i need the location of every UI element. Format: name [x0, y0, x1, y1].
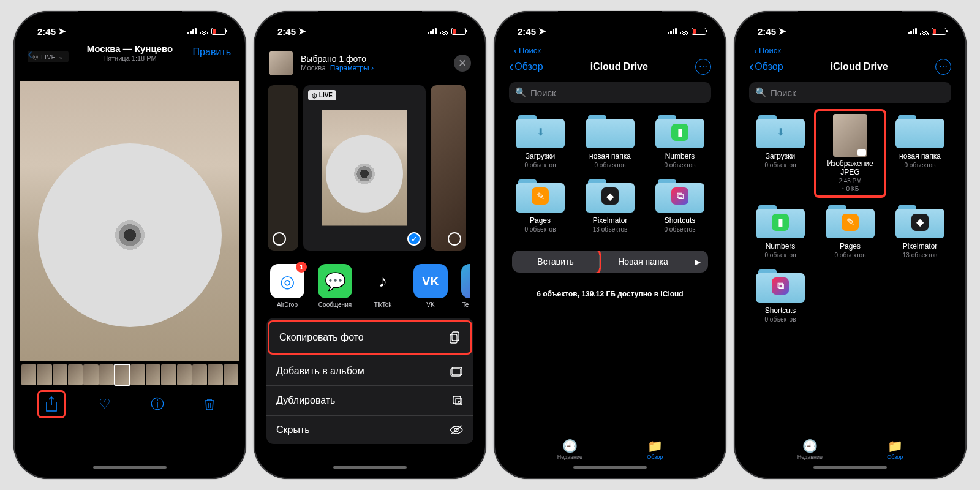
location-arrow-icon: ➤ — [778, 26, 786, 37]
cellular-icon — [668, 28, 677, 34]
page-title: iCloud Drive — [543, 61, 695, 72]
copy-icon — [448, 331, 461, 344]
thumbnail-strip[interactable] — [20, 364, 239, 385]
wifi-icon — [439, 28, 449, 35]
share-header-thumbnail — [269, 51, 293, 75]
battery-icon — [932, 28, 946, 35]
share-app-airdrop[interactable]: ◎1 AirDrop — [270, 264, 304, 308]
numbers-app-icon: ▮ — [671, 124, 688, 141]
storage-info: 6 объектов, 139.12 ГБ доступно в iCloud — [500, 290, 720, 298]
wifi-icon — [199, 28, 209, 35]
edit-button[interactable]: Править — [193, 47, 231, 58]
action-duplicate[interactable]: Дублировать — [266, 386, 473, 416]
page-title: iCloud Drive — [783, 61, 935, 72]
folder-new[interactable]: новая папка0 объектов — [886, 111, 954, 195]
shortcuts-app-icon: ⧉ — [671, 187, 688, 205]
battery-icon — [211, 28, 226, 35]
file-jpeg[interactable]: Изображение JPEG 2:45 PM↑ 0 КБ — [816, 111, 884, 195]
folder-pages[interactable]: ✎ Pages0 объектов — [816, 202, 884, 260]
delete-button[interactable] — [197, 393, 222, 415]
folder-pixelmator[interactable]: ◆ Pixelmator13 объектов — [886, 202, 954, 260]
pages-app-icon: ✎ — [532, 187, 549, 205]
svg-rect-0 — [452, 332, 459, 341]
shortcuts-app-icon: ⧉ — [772, 277, 789, 295]
search-icon: 🔍 — [515, 87, 527, 98]
numbers-app-icon: ▮ — [772, 214, 789, 231]
breadcrumb-search[interactable]: ‹ Поиск — [741, 45, 960, 55]
folder-shortcuts[interactable]: ⧉ Shortcuts0 объектов — [747, 266, 814, 324]
back-button[interactable]: ‹Обзор — [749, 59, 783, 75]
clock-icon: 🕘 — [797, 439, 823, 453]
download-icon: ⬇ — [772, 124, 789, 141]
clock-icon: 🕘 — [557, 439, 582, 453]
share-app-tiktok[interactable]: ♪TikTok — [366, 264, 400, 308]
favorite-button[interactable]: ♡ — [92, 393, 117, 415]
pixelmator-app-icon: ◆ — [601, 187, 619, 205]
share-button[interactable] — [38, 391, 65, 418]
action-copy-photo[interactable]: Скопировать фото — [268, 320, 472, 355]
folder-shortcuts[interactable]: ⧉ Shortcuts0 объектов — [646, 176, 714, 234]
cellular-icon — [908, 28, 917, 34]
context-menu-more[interactable]: ▶ — [687, 251, 708, 273]
svg-rect-4 — [453, 396, 461, 404]
tab-recent[interactable]: 🕘Недавние — [557, 439, 582, 460]
photo-viewport[interactable] — [20, 81, 239, 361]
share-selected-count: Выбрано 1 фото — [301, 54, 374, 64]
cellular-icon — [428, 28, 437, 34]
selection-check-icon[interactable]: ✓ — [407, 232, 421, 246]
battery-icon — [692, 28, 706, 35]
status-time: 2:45 — [37, 26, 56, 37]
location-arrow-icon: ➤ — [298, 26, 306, 37]
airdrop-badge: 1 — [296, 262, 307, 273]
share-params-link[interactable]: Параметры › — [330, 64, 374, 72]
folder-numbers[interactable]: ▮ Numbers0 объектов — [646, 111, 714, 170]
action-hide[interactable]: Скрыть — [266, 416, 473, 444]
live-badge: ◎ LIVE — [308, 90, 336, 100]
tab-browse[interactable]: 📁Обзор — [647, 439, 663, 460]
context-menu: Вставить Новая папка ▶ — [512, 251, 708, 273]
photo-thumbnail-prev[interactable] — [268, 85, 298, 251]
back-button[interactable]: ‹Обзор — [509, 59, 543, 75]
search-field[interactable]: 🔍Поиск — [749, 82, 951, 103]
folder-pixelmator[interactable]: ◆ Pixelmator13 объектов — [576, 176, 644, 234]
folder-icon: 📁 — [887, 439, 903, 453]
pixelmator-app-icon: ◆ — [911, 214, 929, 231]
photo-thumbnail-next[interactable] — [431, 85, 466, 251]
live-photo-badge[interactable]: ◎LIVE⌄ — [28, 51, 69, 62]
folder-downloads[interactable]: ⬇ Загрузки0 объектов — [747, 111, 814, 195]
search-icon: 🔍 — [755, 87, 767, 98]
hide-icon — [449, 425, 464, 435]
folder-new[interactable]: новая папка0 объектов — [576, 111, 644, 170]
download-icon: ⬇ — [532, 124, 549, 141]
breadcrumb-search[interactable]: ‹ Поиск — [500, 45, 720, 55]
folder-downloads[interactable]: ⬇ Загрузки0 объектов — [507, 111, 574, 170]
more-options-button[interactable]: ⋯ — [935, 59, 951, 75]
jpeg-thumbnail — [833, 114, 867, 157]
location-arrow-icon: ➤ — [538, 26, 546, 37]
action-add-to-album[interactable]: Добавить в альбом — [266, 357, 473, 386]
wifi-icon — [679, 28, 689, 35]
cellular-icon — [187, 28, 197, 34]
share-app-messages[interactable]: 💬Сообщения — [318, 264, 352, 308]
duplicate-icon — [451, 394, 464, 407]
svg-rect-1 — [450, 334, 457, 343]
context-menu-newfolder[interactable]: Новая папка — [600, 251, 687, 273]
info-button[interactable]: ⓘ — [145, 393, 170, 415]
tab-browse[interactable]: 📁Обзор — [887, 439, 903, 460]
album-icon — [450, 366, 464, 377]
folder-numbers[interactable]: ▮ Numbers0 объектов — [747, 202, 814, 260]
context-menu-paste[interactable]: Вставить — [512, 251, 599, 273]
tab-recent[interactable]: 🕘Недавние — [797, 439, 823, 460]
search-field[interactable]: 🔍Поиск — [509, 82, 711, 103]
close-button[interactable]: ✕ — [454, 55, 471, 72]
share-app-more[interactable]: Te — [461, 264, 470, 308]
pages-app-icon: ✎ — [842, 214, 859, 231]
folder-icon: 📁 — [647, 439, 663, 453]
photo-thumbnail-selected[interactable]: ◎ LIVE ✓ — [303, 85, 426, 251]
more-options-button[interactable]: ⋯ — [695, 59, 711, 75]
folder-pages[interactable]: ✎ Pages0 объектов — [507, 176, 574, 234]
wifi-icon — [919, 28, 929, 35]
battery-icon — [451, 28, 466, 35]
share-app-vk[interactable]: VKVK — [413, 264, 448, 308]
location-arrow-icon: ➤ — [58, 26, 66, 37]
